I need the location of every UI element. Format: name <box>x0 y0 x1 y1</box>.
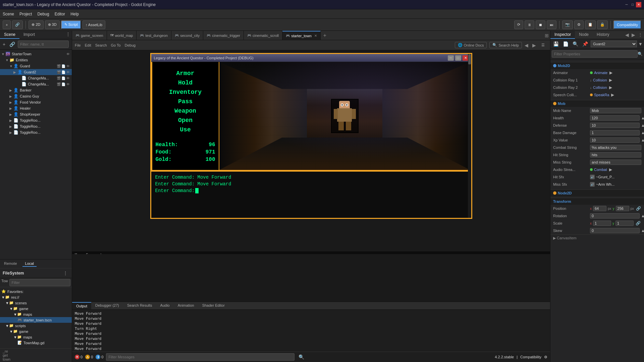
stop-button[interactable]: ⏹ <box>536 20 545 29</box>
prop-collision-link[interactable]: Collision <box>593 78 607 82</box>
remote-button[interactable]: Remote <box>1 261 20 267</box>
game-minimize[interactable]: ─ <box>448 55 454 61</box>
camera-button[interactable]: 📷 <box>562 20 573 29</box>
position-x-input[interactable] <box>593 206 606 211</box>
tree-item-toggle1[interactable]: ▶ 📄 ToggleRoo... <box>0 117 72 123</box>
menu-open[interactable]: Open <box>156 116 215 125</box>
scene-filter-input[interactable] <box>18 41 69 48</box>
tree-item-toggle2[interactable]: ▶ 📄 ToggleRoo... <box>0 123 72 129</box>
tab-scene[interactable]: Scene <box>0 31 19 39</box>
save-scene-button[interactable]: 💾 <box>552 41 560 47</box>
miss-string-input[interactable] <box>590 160 641 165</box>
tab-cinematic-scroll[interactable]: 🎮 cinematic_scroll <box>244 31 282 40</box>
fs-item-maps[interactable]: ▼ 📁 maps <box>0 311 72 317</box>
compatibility-button[interactable]: Compatibility <box>613 20 641 29</box>
menu-button[interactable]: ☰ <box>539 42 547 48</box>
online-docs-button[interactable]: 🌐 Online Docs <box>455 42 487 48</box>
output-tab-debugger[interactable]: Debugger (27) <box>91 302 123 309</box>
filesystem-filter[interactable] <box>9 279 70 286</box>
settings-icon[interactable]: ⚙ <box>544 355 547 359</box>
tree-item-guard2[interactable]: ▶ 👤 Guard2 🎬 📄 👁 <box>0 69 72 75</box>
tree-item-banker[interactable]: ▶ 👤 Banker <box>0 87 72 93</box>
scene-icon[interactable]: 🎬 <box>56 76 61 80</box>
fs-item-scripts-maps[interactable]: ▼ 📁 maps <box>0 334 72 340</box>
scene-icon[interactable]: 🎬 <box>56 64 61 68</box>
hit-string-input[interactable] <box>590 152 641 158</box>
tree-item-startertown[interactable]: ▼ 🌆 StarterTown 👁 <box>0 51 72 57</box>
inspector-nav-back[interactable]: ◀ <box>624 31 630 39</box>
filter-search-icon[interactable]: 🔍 <box>638 52 643 56</box>
audio-edit-button[interactable]: ▶ <box>608 167 613 172</box>
scale-y-input[interactable] <box>615 221 634 226</box>
fs-item-scripts[interactable]: ▼ 📁 scripts <box>0 323 72 328</box>
script-icon[interactable]: 📄 <box>61 64 66 68</box>
mode-script-button[interactable]: ✎ Script <box>61 20 81 29</box>
message-filter-input[interactable] <box>106 353 294 361</box>
node-dropdown-arrow[interactable]: ▼ <box>638 42 643 47</box>
tab-add-button[interactable]: + <box>321 31 329 40</box>
tab-cinematic-trigger[interactable]: 🎮 cinematic_trigger <box>203 31 244 40</box>
tab-test-dungeon[interactable]: 🎮 test_dungeon <box>137 31 171 40</box>
health-spin-up[interactable]: ▲ <box>640 116 644 120</box>
link-axis-button[interactable]: 🔗 <box>635 206 642 211</box>
canvas-item-section[interactable]: ▶ CanvasItem <box>550 234 644 242</box>
filesystem-options[interactable]: ⋮ <box>62 270 69 277</box>
console-line-5[interactable]: Enter Command: <box>155 188 467 194</box>
prop-speakra-link[interactable]: SpeakRa <box>594 93 609 97</box>
combat-string-input[interactable] <box>590 145 641 150</box>
link-scale-button[interactable]: 🔗 <box>635 221 641 226</box>
open-script-button[interactable]: 📄 <box>561 41 570 47</box>
scene-options-button[interactable]: ⋮ <box>64 31 72 39</box>
node-selector[interactable]: Guard2 <box>591 41 637 47</box>
menu-project[interactable]: Project <box>19 12 32 16</box>
visibility-icon[interactable]: 👁 <box>66 64 70 68</box>
prop-edit-button[interactable]: ▶ <box>609 70 613 75</box>
menu-weapon[interactable]: Weapon <box>156 106 215 116</box>
fs-item-res[interactable]: ▼ 📁 res:// <box>0 294 72 300</box>
fs-item-townmap[interactable]: 📝 TownMap.gd <box>0 340 72 346</box>
prop-edit-button[interactable]: ▶ <box>608 78 613 82</box>
play-current-button[interactable]: ⟳ <box>514 20 523 29</box>
position-y-input[interactable] <box>616 206 629 211</box>
fs-item-scenes[interactable]: ▼ 📁 scenes <box>0 300 72 306</box>
tab-world-map[interactable]: 🗺 world_map <box>107 31 137 40</box>
skew-input[interactable] <box>590 228 640 233</box>
tree-item-entities[interactable]: ▼ 📁 Entities <box>0 57 72 63</box>
settings-button[interactable]: ⚙ <box>574 20 584 29</box>
scene-icon[interactable]: 🎬 <box>56 82 61 86</box>
menu-help[interactable]: Help <box>70 12 79 16</box>
scene-add-node-button[interactable]: + <box>1 41 7 48</box>
fs-item-scripts-game[interactable]: ▼ 📁 game <box>0 328 72 334</box>
health-input[interactable] <box>590 115 640 121</box>
tree-item-toggle3[interactable]: ▶ 📄 ToggleRoo... <box>0 129 72 135</box>
prop-edit-button[interactable]: ▶ <box>610 93 615 97</box>
defense-input[interactable] <box>590 123 640 128</box>
maximize-button[interactable]: □ <box>630 2 635 7</box>
link-button[interactable]: 🔗 <box>12 20 23 29</box>
script-icon[interactable]: 📄 <box>61 82 66 86</box>
mob-name-input[interactable] <box>590 108 641 113</box>
lock-button[interactable]: 🔒 <box>597 20 608 29</box>
console-scrollbar[interactable] <box>468 54 471 218</box>
prop-edit-button[interactable]: ▶ <box>608 85 613 90</box>
tab-game-screen[interactable]: 🎮 game_screen <box>72 31 107 40</box>
tab-close-icon[interactable]: ✕ <box>314 34 317 38</box>
inspector-nav-forward[interactable]: ▶ <box>630 31 637 39</box>
property-filter-input[interactable] <box>552 50 638 58</box>
tree-item-changema2[interactable]: 📄 ChangeMa... 🎬 📄 👁 <box>0 81 72 87</box>
menu-pass[interactable]: Pass <box>156 97 215 106</box>
tab-inspector[interactable]: Inspector <box>550 31 575 39</box>
nav-forward-button[interactable]: ▶ <box>531 43 537 48</box>
local-button[interactable]: Local <box>22 261 37 267</box>
menu-hold[interactable]: Hold <box>156 78 215 87</box>
prop-animate-link[interactable]: Animate <box>594 71 607 75</box>
inspector-options[interactable]: ⋮ <box>637 31 644 39</box>
fs-item-favorites[interactable]: ⭐ Favorites: <box>0 289 72 294</box>
scene-link-button[interactable]: 🔗 <box>8 41 16 48</box>
menu-use[interactable]: Use <box>156 125 215 134</box>
base-damage-spin-up[interactable]: ▲ <box>640 130 644 135</box>
mode-2d-button[interactable]: ⊕ 2D <box>29 20 43 29</box>
tree-item-healer[interactable]: ▶ 👤 Healer <box>0 105 72 111</box>
visibility-icon[interactable]: 👁 <box>66 82 70 86</box>
xp-spin-up[interactable]: ▲ <box>640 138 644 142</box>
